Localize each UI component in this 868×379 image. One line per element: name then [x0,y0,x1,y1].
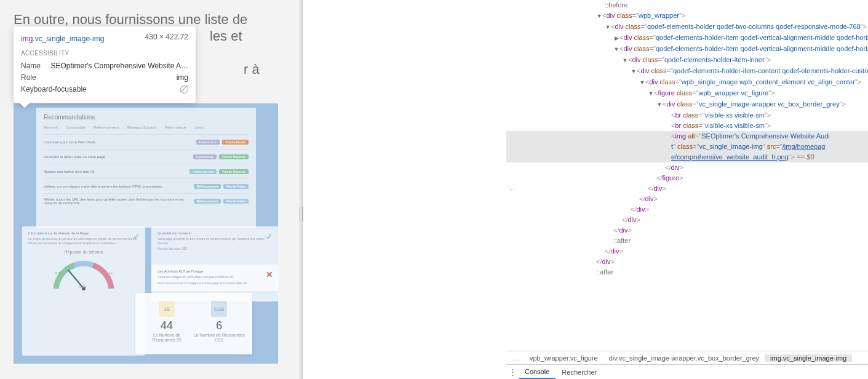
reco-row: Mettez à jour les URL des liens pour qu'… [44,193,249,208]
tooltip-selector: img.vc_single_image-img [21,33,104,44]
inspected-image-highlight[interactable]: Recommandations Résumé Convivialité Réfé… [14,103,278,364]
gauge-label: Réponse du serveur [28,250,139,254]
disclosure-triangle-icon[interactable] [613,33,619,44]
alt-attr-sub: Certaines images de votre page n'ont pas… [157,275,272,279]
disclosure-triangle-icon[interactable] [656,100,663,110]
reco-tab: Convivialité [66,126,85,129]
content-qty-title: Quantité de Contenu [157,231,272,235]
elements-breadcrumb[interactable]: … vpb_wrapper.vc_figure div.vc_single_im… [506,351,868,364]
reco-tab: Liens [194,126,203,129]
alt-attr-title: Les Attributs ALT de l'Image [157,269,272,273]
content-qty-sub: Votre page possède un bon niveau de cont… [157,237,272,245]
devtools-pane: ⋯ ::before <div class="wpb_wrapper"> <di… [506,0,868,379]
reco-tab: Référencement [94,126,119,129]
breadcrumb-item[interactable]: div.vc_single_image-wrapper.vc_box_borde… [603,354,765,362]
content-qty-count: Nombre de mots: 935 [157,247,272,251]
disclosure-triangle-icon[interactable] [605,22,611,33]
disclosure-triangle-icon[interactable] [622,55,628,66]
check-icon: ✓ [133,231,140,241]
breadcrumb-item-active[interactable]: img.vc_single_image-img [765,354,852,362]
tooltip-row-name: NameSEOptimer's Comprehensive Website A… [21,60,188,72]
disclosure-triangle-icon[interactable] [648,89,654,99]
drawer-menu-icon[interactable]: ⋮ [506,367,519,377]
disclosure-triangle-icon[interactable] [613,44,619,55]
js-icon: JS [159,301,175,317]
element-inspector-tooltip: img.vc_single_image-img 430 × 422.72 ACC… [14,26,196,103]
page-preview-pane: En outre, nous fournissons une liste de … [0,0,303,379]
reco-row: Ajoutez une balise d'en-tête H1Référence… [44,164,249,178]
elements-tree[interactable]: ⋯ ::before <div class="wpb_wrapper"> <di… [506,0,868,351]
breadcrumb-item[interactable]: vpb_wrapper.vc_figure [524,354,603,362]
gutter-ellipsis-icon[interactable]: ⋯ [507,185,516,195]
disclosure-triangle-icon[interactable] [639,78,645,88]
alt-attr-sub2: Nous avons trouvé 37 images sur votre pa… [157,281,272,285]
tooltip-row-keyboard: Keyboard-focusable [21,84,188,95]
drawer-tab-console[interactable]: Console [519,365,555,379]
css-count: 6 [192,319,246,332]
selected-dom-node[interactable]: <img alt="SEOptimer's Comprehensive Webs… [506,131,868,142]
tooltip-dimensions: 430 × 422.72 [145,33,188,44]
reco-row: Réduisez la taille totale de votre pageP… [44,149,249,164]
recommendations-title: Recommandations [44,114,249,121]
breadcrumb-overflow-icon[interactable]: … [511,354,524,362]
reco-row: Optimiser pour Core Web VitalsPerformanc… [44,134,249,149]
page-paragraph-line1: En outre, nous fournissons une liste de [14,12,247,27]
js-count: 44 [141,319,192,332]
gauge-icon: 0.5s 1s 0.3s [50,258,117,292]
reco-tab: Réseaux Sociaux [127,126,156,129]
disclosure-triangle-icon[interactable] [631,66,637,77]
css-label: Le Nombre de Ressources CSS [192,333,246,343]
reco-row: Utilisez vos principaux mots-clés à trav… [44,178,249,193]
console-drawer: ⋮ Console Rechercher [506,364,868,379]
pane-resize-handle[interactable] [297,207,305,221]
reco-tab: Performance [165,126,186,129]
page-speed-sub: Le temps de réponse du serveur de votre … [28,237,139,245]
css-icon: CSS [211,301,227,317]
recommendations-tabs: Résumé Convivialité Référencement Réseau… [44,126,249,129]
check-icon: ✓ [266,231,273,241]
drawer-tab-search[interactable]: Rechercher [555,365,603,379]
tooltip-section: ACCESSIBILITY [21,50,188,57]
pane-gap [303,0,506,379]
tooltip-row-role: Roleimg [21,72,188,84]
reco-tab: Résumé [44,126,57,129]
resources-card: JS 44 Le Nombre de Ressources JS CSS 6 L… [135,293,252,354]
page-speed-card: ✓ Information sur la Vitesse de la Page … [22,226,145,356]
recommendations-card: Recommandations Résumé Convivialité Réfé… [36,108,256,228]
page-speed-title: Information sur la Vitesse de la Page [28,231,139,235]
disclosure-triangle-icon[interactable] [596,11,602,22]
js-label: Le Nombre de Ressources JS [141,333,192,343]
not-focusable-icon [180,86,188,94]
cross-icon: ✕ [266,269,273,279]
